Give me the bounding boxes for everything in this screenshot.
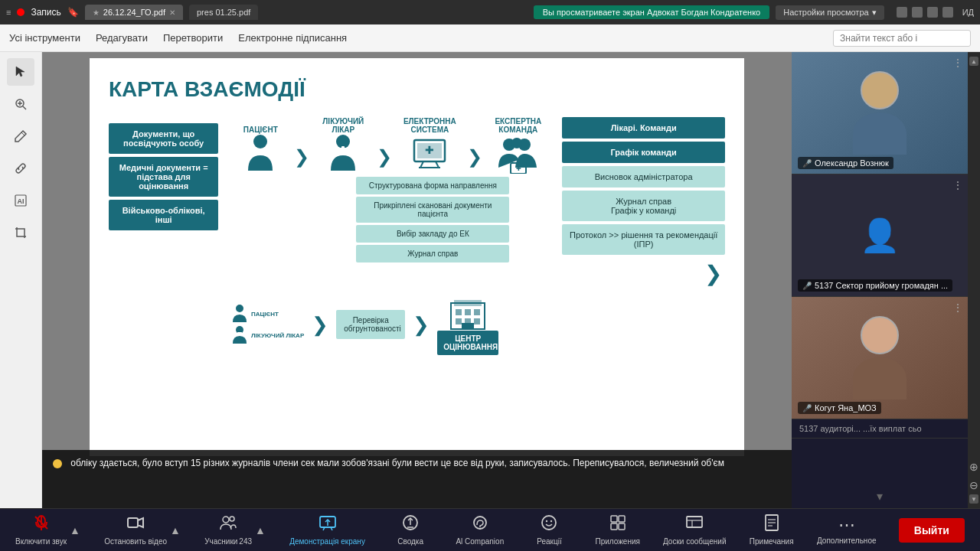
svg-rect-30 (456, 318, 462, 324)
leave-button[interactable]: Выйти (899, 518, 965, 543)
video-label-1: 🎤 Олександр Вознюк (798, 157, 893, 169)
search-input[interactable] (833, 30, 971, 47)
video-panel: 🎤 Олександр Вознюк ⋮ 👤 🎤 5137 Сектор при… (792, 52, 968, 508)
svg-line-4 (21, 132, 24, 135)
left-sidebar: AI (0, 52, 42, 508)
scroll-down-button[interactable]: ▾ (792, 484, 968, 508)
bottom-row: ПАЦІЄНТ ЛІКУЮЧИЙ ЛІКАР ❯ Перевірка обгру… (109, 294, 725, 355)
svg-rect-27 (456, 309, 462, 315)
tile-button[interactable] (927, 7, 938, 18)
patient-label: ПАЦІЄНТ (243, 126, 278, 134)
video-button[interactable]: Остановить відео (104, 514, 167, 546)
ai-icon (472, 514, 488, 536)
convert-tool[interactable]: Перетворити (163, 32, 223, 44)
svodka-icon (402, 514, 419, 536)
recording-label: Запись (31, 7, 60, 18)
doc-box-3: Військово-облікові, інші (109, 200, 218, 230)
video-tile-1-more[interactable]: ⋮ (952, 57, 963, 69)
mute-chevron[interactable]: ▲ (68, 524, 82, 536)
zoom-out-icon[interactable]: ⊖ (969, 479, 978, 491)
info-box-1: Структурована форма направлення (356, 177, 509, 194)
participants-label: Учасники (204, 537, 237, 546)
maximize-button[interactable] (912, 7, 923, 18)
video-tile-2: 👤 🎤 5137 Сектор прийому громадян ... ⋮ (792, 174, 968, 297)
svg-rect-33 (462, 323, 474, 329)
scroll-area: 5137 аудиторі... ...їх виплат сьо (792, 419, 968, 484)
caption-bar: обліку здається, було вступ 15 різних жу… (42, 450, 792, 508)
reactions-button[interactable]: Реакції (526, 514, 572, 546)
select-tool[interactable] (7, 58, 34, 86)
text-tool[interactable]: AI (7, 187, 34, 214)
participants-button[interactable]: Учасники 243 (204, 514, 252, 546)
link-tool[interactable] (7, 155, 34, 182)
video-chevron[interactable]: ▲ (168, 524, 182, 536)
tab-pdf1[interactable]: ★ 26.12.24_ГО.pdf ✕ (85, 5, 183, 20)
notes-button[interactable]: Примечания (749, 514, 795, 546)
svg-point-50 (542, 516, 556, 530)
video-tile-1: 🎤 Олександр Вознюк ⋮ (792, 52, 968, 174)
main-layout: AI КАРТА ВЗАЄМОДІЇ Документи, що посвідч… (0, 52, 980, 508)
scroll-down-btn[interactable]: ▼ (969, 494, 978, 504)
flow-area: ПАЦІЄНТ ❯ ЛІКУЮЧИЙ ЛІКАР (230, 117, 550, 262)
zoom-tool[interactable] (7, 90, 34, 118)
video-icon (127, 514, 144, 536)
right-box-1: Лікарі. Команди (562, 117, 725, 139)
arrow3: ❯ (467, 146, 482, 174)
expert-label: ЕКСПЕРТНА КОМАНДА (485, 117, 550, 134)
share-screen-button[interactable]: Демонстрація екрану (289, 514, 365, 546)
grid-button[interactable] (942, 7, 953, 18)
tab-pdf2[interactable]: pres 01.25.pdf (189, 5, 258, 20)
video-tile-3: 🎤 Когут Яна_МОЗ ⋮ (792, 297, 968, 419)
doctor-icon (326, 134, 360, 174)
svodka-button[interactable]: Сводка (387, 514, 433, 546)
zoom-in-icon[interactable]: ⊕ (969, 461, 978, 473)
small-doctor-label: ЛІКУЮЧИЙ ЛІКАР (251, 332, 304, 339)
svg-rect-57 (687, 517, 702, 527)
reactions-icon (541, 514, 557, 536)
doc-box-2: Медичні документи = підстава для оцінюва… (109, 157, 218, 197)
video-label: Остановить відео (104, 537, 167, 546)
expert-icon: ✚ (495, 134, 541, 174)
pen-tool[interactable] (7, 122, 34, 150)
settings-button[interactable]: Настройки просмотра ▾ (776, 5, 884, 20)
ai-companion-button[interactable]: Al Companion (456, 514, 504, 546)
svg-point-52 (550, 520, 552, 522)
right-panel: Лікарі. Команди Графік команди Висновок … (562, 117, 725, 286)
tab1-close[interactable]: ✕ (169, 8, 175, 17)
all-tools[interactable]: Усі інструменти (9, 32, 80, 44)
right-box-5: Протокол >> рішення та рекомендації (ІПР… (562, 224, 725, 255)
video-tile-3-more[interactable]: ⋮ (952, 302, 963, 314)
minimize-button[interactable] (897, 7, 907, 18)
notes-label: Примечания (750, 537, 794, 546)
video-tile-2-more[interactable]: ⋮ (952, 179, 963, 191)
participants-chevron[interactable]: ▲ (253, 524, 267, 536)
crop-tool[interactable] (7, 219, 34, 246)
svg-text:✚: ✚ (515, 165, 521, 172)
svg-rect-28 (465, 309, 471, 315)
svg-point-40 (230, 517, 234, 521)
small-patient-icon (231, 304, 248, 324)
scroll-up-btn[interactable]: ▲ (969, 57, 978, 66)
participants-group: Учасники 243 ▲ (204, 514, 267, 546)
mute-icon (33, 514, 50, 536)
patient-icon (243, 134, 277, 174)
right-box-3: Висновок адміністратора (562, 166, 725, 187)
center-label: ЦЕНТРОЦІНЮВАННЯ (437, 331, 498, 355)
edit-tool[interactable]: Редагувати (96, 32, 148, 44)
svodka-label: Сводка (397, 537, 423, 546)
boards-button[interactable]: Доски сообщений (663, 514, 727, 546)
apps-icon (609, 514, 626, 536)
sign-tool[interactable]: Електронне підписання (238, 32, 347, 44)
mute-button[interactable]: Включити звук (15, 514, 67, 546)
apps-button[interactable]: Приложения (595, 514, 641, 546)
small-patient-label: ПАЦІЄНТ (251, 311, 279, 318)
window-controls (897, 7, 953, 18)
video-group: Остановить відео ▲ (104, 514, 182, 546)
svg-rect-10 (341, 146, 345, 152)
svg-rect-29 (474, 309, 480, 315)
participants-count: 243 (239, 537, 252, 546)
video-list-item-1[interactable]: 5137 аудиторі... ...їх виплат сьо (792, 419, 968, 439)
more-button[interactable]: ⋯ Дополнительное (817, 515, 877, 545)
svg-text:✚: ✚ (425, 144, 434, 156)
recording-indicator (17, 8, 24, 16)
